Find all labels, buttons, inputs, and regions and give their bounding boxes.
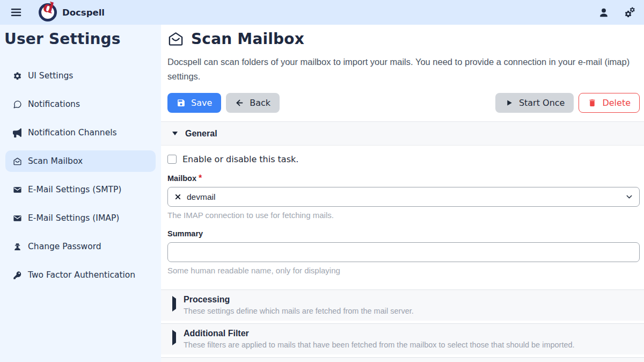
sidebar-item-scan-mailbox[interactable]: Scan Mailbox bbox=[5, 150, 156, 172]
brand[interactable]: d Docspell bbox=[39, 3, 105, 21]
page-description: Docspell can scan folders of your mailbo… bbox=[167, 55, 639, 84]
sidebar-item-label: E-Mail Settings (IMAP) bbox=[28, 213, 119, 223]
hamburger-icon[interactable] bbox=[10, 6, 23, 19]
play-icon bbox=[504, 98, 514, 107]
chevron-down-icon bbox=[625, 193, 633, 201]
mailbox-label: Mailbox bbox=[167, 174, 196, 183]
top-navbar: d Docspell bbox=[0, 0, 644, 25]
additional-filter-section-title: Additional Filter bbox=[184, 329, 575, 338]
sidebar-item-label: Scan Mailbox bbox=[28, 156, 83, 166]
required-mark: * bbox=[199, 173, 202, 183]
sidebar-item-label: Notifications bbox=[28, 99, 80, 109]
user-icon[interactable] bbox=[598, 6, 610, 18]
sidebar-item-change-password[interactable]: Change Password bbox=[5, 236, 156, 257]
enable-task-checkbox[interactable] bbox=[167, 155, 177, 164]
page-title: Scan Mailbox bbox=[191, 30, 304, 48]
caret-right-icon bbox=[172, 296, 176, 312]
mailbox-help-text: The IMAP connection to use for fetching … bbox=[167, 211, 640, 220]
delete-button[interactable]: Delete bbox=[579, 93, 640, 113]
arrow-left-icon bbox=[235, 98, 244, 107]
mailbox-select[interactable]: devmail bbox=[167, 187, 640, 207]
summary-input[interactable] bbox=[167, 242, 640, 262]
caret-right-icon bbox=[172, 330, 176, 345]
user-secret-icon bbox=[13, 242, 22, 251]
scan-mailbox-panel: Scan Mailbox Docspell can scan folders o… bbox=[161, 25, 644, 362]
envelope-icon bbox=[13, 214, 22, 223]
save-icon bbox=[177, 98, 186, 107]
sidebar-item-two-factor-auth[interactable]: Two Factor Authentication bbox=[5, 264, 156, 286]
start-once-button[interactable]: Start Once bbox=[495, 93, 574, 113]
general-section-header[interactable]: General bbox=[161, 121, 644, 146]
brand-name: Docspell bbox=[62, 8, 105, 18]
gear-icon bbox=[13, 71, 22, 81]
sidebar-item-notification-channels[interactable]: Notification Channels bbox=[5, 122, 156, 143]
mailbox-field: Mailbox* devmail The IMAP connection to … bbox=[167, 173, 640, 220]
additional-filter-section-header[interactable]: Additional Filter These filters are appl… bbox=[161, 323, 644, 354]
general-section-label: General bbox=[185, 129, 217, 139]
sidebar-item-ui-settings[interactable]: UI Settings bbox=[5, 65, 156, 86]
comment-icon bbox=[13, 100, 22, 109]
envelope-icon bbox=[13, 185, 22, 194]
mailbox-selected-value: devmail bbox=[187, 192, 215, 202]
summary-help-text: Some human readable name, only for displ… bbox=[167, 266, 640, 275]
summary-field: Summary Some human readable name, only f… bbox=[167, 229, 640, 275]
sidebar-item-notifications[interactable]: Notifications bbox=[5, 93, 156, 115]
start-once-button-label: Start Once bbox=[519, 98, 565, 108]
enable-task-label: Enable or disable this task. bbox=[182, 154, 298, 164]
docspell-logo-icon: d bbox=[39, 3, 57, 21]
additional-filter-section-subtitle: These filters are applied to mails that … bbox=[184, 341, 575, 349]
caret-down-icon bbox=[172, 132, 178, 135]
trash-icon bbox=[588, 98, 597, 107]
cogs-icon[interactable] bbox=[624, 6, 635, 18]
summary-label: Summary bbox=[167, 229, 203, 238]
delete-button-label: Delete bbox=[602, 98, 631, 108]
sidebar-item-label: Notification Channels bbox=[28, 128, 117, 137]
sidebar-item-label: UI Settings bbox=[28, 71, 73, 81]
sidebar-item-label: Change Password bbox=[28, 242, 101, 251]
key-icon bbox=[13, 271, 22, 280]
sidebar-title: User Settings bbox=[4, 30, 161, 48]
toolbar: Save Back Start Once Delete bbox=[167, 93, 640, 113]
envelope-open-icon bbox=[167, 31, 184, 47]
processing-section-title: Processing bbox=[184, 295, 414, 305]
user-settings-sidebar: User Settings UI Settings Notifications … bbox=[0, 25, 161, 362]
envelope-open-icon bbox=[13, 157, 22, 166]
post-processing-section-header[interactable]: Post Processing bbox=[161, 357, 644, 362]
sidebar-item-label: E-Mail Settings (SMTP) bbox=[28, 185, 121, 194]
enable-task-row: Enable or disable this task. bbox=[167, 154, 638, 164]
save-button-label: Save bbox=[191, 98, 212, 108]
processing-section-header[interactable]: Processing These settings define which m… bbox=[161, 289, 644, 321]
collapsed-sections: Processing These settings define which m… bbox=[161, 289, 644, 362]
back-button[interactable]: Back bbox=[226, 93, 280, 113]
sidebar-item-email-settings-imap[interactable]: E-Mail Settings (IMAP) bbox=[5, 207, 156, 229]
sidebar-item-label: Two Factor Authentication bbox=[28, 270, 135, 280]
bullhorn-icon bbox=[13, 128, 22, 137]
processing-section-subtitle: These settings define which mails are fe… bbox=[184, 307, 414, 315]
sidebar-item-email-settings-smtp[interactable]: E-Mail Settings (SMTP) bbox=[5, 179, 156, 200]
back-button-label: Back bbox=[250, 98, 270, 108]
clear-icon[interactable] bbox=[174, 193, 181, 200]
save-button[interactable]: Save bbox=[167, 93, 221, 113]
sidebar-nav: UI Settings Notifications Notification C… bbox=[0, 65, 161, 286]
